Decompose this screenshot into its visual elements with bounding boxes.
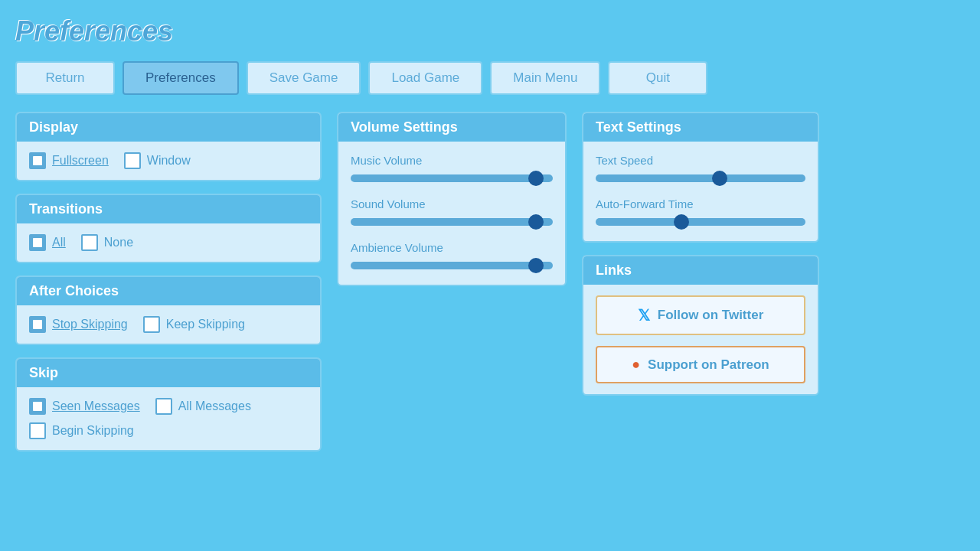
keep-skipping-option[interactable]: Keep Skipping — [143, 316, 245, 333]
window-label: Window — [147, 154, 191, 168]
music-volume-slider[interactable] — [351, 174, 553, 182]
ambience-volume-slider[interactable] — [351, 262, 553, 269]
all-option[interactable]: All — [29, 234, 66, 251]
twitter-button[interactable]: 𝕏 Follow on Twitter — [596, 295, 805, 335]
all-messages-label: All Messages — [178, 399, 251, 413]
left-column: Display Fullscreen Window Transitions — [15, 112, 322, 452]
stop-skipping-label: Stop Skipping — [52, 318, 128, 331]
all-label: All — [52, 236, 66, 249]
text-settings-panel: Text Settings Text Speed Auto-Forward Ti… — [582, 112, 819, 243]
begin-skipping-label: Begin Skipping — [52, 424, 134, 438]
quit-button[interactable]: Quit — [608, 61, 707, 95]
ambience-volume-row: Ambience Volume — [351, 241, 553, 272]
patreon-icon: ● — [632, 357, 640, 373]
after-choices-options: Stop Skipping Keep Skipping — [29, 316, 308, 333]
seen-messages-label: Seen Messages — [52, 399, 140, 413]
sound-volume-label: Sound Volume — [351, 197, 553, 210]
transitions-options: All None — [29, 234, 308, 251]
display-body: Fullscreen Window — [17, 142, 320, 180]
keep-skipping-checkbox[interactable] — [143, 316, 160, 333]
patreon-button[interactable]: ● Support on Patreon — [596, 346, 805, 383]
transitions-header: Transitions — [17, 195, 320, 223]
auto-forward-label: Auto-Forward Time — [596, 197, 805, 210]
patreon-label: Support on Patreon — [648, 357, 769, 373]
after-choices-body: Stop Skipping Keep Skipping — [17, 305, 320, 344]
nav-bar: Return Preferences Save Game Load Game M… — [15, 61, 965, 95]
save-game-button[interactable]: Save Game — [247, 61, 361, 95]
auto-forward-slider[interactable] — [596, 218, 805, 226]
window-checkbox[interactable] — [124, 152, 141, 169]
right-column: Text Settings Text Speed Auto-Forward Ti… — [582, 112, 819, 396]
display-panel: Display Fullscreen Window — [15, 112, 322, 181]
fullscreen-checkbox[interactable] — [29, 152, 46, 169]
music-volume-label: Music Volume — [351, 154, 553, 167]
auto-forward-row: Auto-Forward Time — [596, 197, 805, 229]
begin-skipping-option[interactable]: Begin Skipping — [29, 422, 308, 439]
twitter-icon: 𝕏 — [638, 306, 650, 324]
links-header: Links — [583, 256, 818, 285]
text-settings-body: Text Speed Auto-Forward Time — [583, 142, 818, 241]
text-speed-label: Text Speed — [596, 154, 805, 167]
stop-skipping-option[interactable]: Stop Skipping — [29, 316, 128, 333]
preferences-button[interactable]: Preferences — [122, 61, 239, 95]
load-game-button[interactable]: Load Game — [368, 61, 482, 95]
links-panel: Links 𝕏 Follow on Twitter ● Support on P… — [582, 255, 819, 396]
none-checkbox[interactable] — [81, 234, 98, 251]
all-checkbox[interactable] — [29, 234, 46, 251]
page-title: Preferences — [15, 15, 965, 47]
music-volume-row: Music Volume — [351, 154, 553, 185]
skip-panel: Skip Seen Messages All Messages Begin Sk… — [15, 357, 322, 452]
begin-skipping-checkbox[interactable] — [29, 422, 46, 439]
main-menu-button[interactable]: Main Menu — [490, 61, 600, 95]
none-option[interactable]: None — [81, 234, 133, 251]
after-choices-header: After Choices — [17, 277, 320, 305]
fullscreen-label: Fullscreen — [52, 154, 109, 168]
sound-volume-slider[interactable] — [351, 218, 553, 226]
content-area: Display Fullscreen Window Transitions — [15, 112, 965, 452]
window-option[interactable]: Window — [124, 152, 191, 169]
seen-messages-option[interactable]: Seen Messages — [29, 398, 140, 415]
keep-skipping-label: Keep Skipping — [166, 318, 245, 331]
display-options: Fullscreen Window — [29, 152, 308, 169]
seen-messages-checkbox[interactable] — [29, 398, 46, 415]
ambience-volume-label: Ambience Volume — [351, 241, 553, 254]
fullscreen-option[interactable]: Fullscreen — [29, 152, 109, 169]
stop-skipping-checkbox[interactable] — [29, 316, 46, 333]
links-body: 𝕏 Follow on Twitter ● Support on Patreon — [583, 285, 818, 394]
volume-settings-header: Volume Settings — [338, 113, 565, 142]
skip-options-row: Seen Messages All Messages — [29, 398, 308, 415]
none-label: None — [104, 236, 133, 249]
twitter-label: Follow on Twitter — [658, 308, 764, 323]
middle-column: Volume Settings Music Volume Sound Volum… — [337, 112, 567, 286]
all-messages-option[interactable]: All Messages — [155, 398, 251, 415]
all-messages-checkbox[interactable] — [155, 398, 172, 415]
text-settings-header: Text Settings — [583, 113, 818, 142]
sound-volume-row: Sound Volume — [351, 197, 553, 229]
skip-header: Skip — [17, 359, 320, 387]
text-speed-slider[interactable] — [596, 174, 805, 182]
transitions-body: All None — [17, 223, 320, 262]
after-choices-panel: After Choices Stop Skipping Keep Skippin… — [15, 276, 322, 345]
skip-body: Seen Messages All Messages Begin Skippin… — [17, 387, 320, 450]
text-speed-row: Text Speed — [596, 154, 805, 185]
return-button[interactable]: Return — [15, 61, 115, 95]
volume-settings-panel: Volume Settings Music Volume Sound Volum… — [337, 112, 567, 286]
volume-settings-body: Music Volume Sound Volume Ambience Volum… — [338, 142, 565, 285]
transitions-panel: Transitions All None — [15, 194, 322, 263]
display-header: Display — [17, 113, 320, 142]
